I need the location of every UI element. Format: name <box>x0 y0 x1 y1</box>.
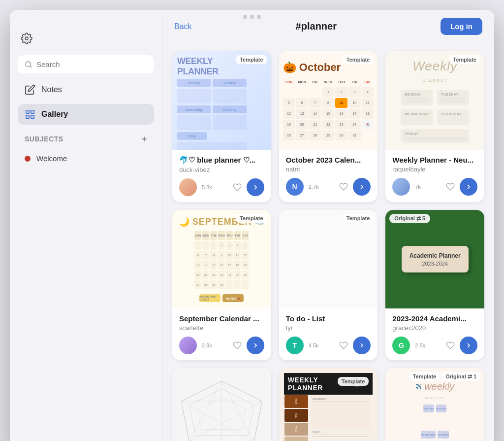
count-4: 2.9k <box>202 342 212 348</box>
card-author-4: scarlette <box>179 324 264 332</box>
arrow-right-icon-6 <box>465 341 472 349</box>
card-author-2: natrc <box>286 166 371 173</box>
card-author-3: raquelbayle <box>392 166 477 173</box>
template-badge-2: Template <box>343 55 374 64</box>
svg-line-15 <box>181 401 189 441</box>
arrow-right-icon-5 <box>358 341 366 349</box>
card-october-calendar[interactable]: 🎃 October SUN MON TUE WED THU FRI SAT <box>279 51 378 202</box>
card-author-6: gracec2020 <box>392 324 477 332</box>
heart-icon-6 <box>446 341 455 350</box>
avatar-2: N <box>286 178 304 196</box>
arrow-right-icon-4 <box>252 341 259 349</box>
card-info-1: 🐬♡ blue planner ♡... duck-vibez 5.8k <box>172 150 271 202</box>
main-header: Back #planner Log in <box>162 10 494 43</box>
open-button-2[interactable] <box>353 178 371 196</box>
card-image-1: WEEKLY PLANNER monday tuesday <box>172 51 271 150</box>
sidebar: Notes Gallery Subjects + Welcome <box>10 10 162 441</box>
open-button-6[interactable] <box>460 337 477 354</box>
arrow-right-icon-2 <box>358 183 366 191</box>
card-actions-6: G 2.8k <box>392 337 477 354</box>
gallery-label: Gallery <box>41 110 68 119</box>
like-button-3[interactable] <box>446 182 455 191</box>
subjects-label: Subjects <box>25 135 63 143</box>
open-button-1[interactable] <box>247 178 264 196</box>
card-weekly-planner-script[interactable]: ✈️ weekly planner monday tuesday <box>385 368 484 441</box>
like-button-6[interactable] <box>446 341 455 350</box>
heart-icon-4 <box>233 341 242 350</box>
page-title: #planner <box>296 21 337 32</box>
gallery-icon <box>25 109 35 120</box>
card-title-2: October 2023 Calen... <box>286 156 371 164</box>
add-subject-button[interactable]: + <box>142 135 147 143</box>
card-title-3: Weekly Planner - Neu... <box>392 156 477 164</box>
card-info-3: Weekly Planner - Neu... raquelbayle 7k <box>385 150 484 202</box>
count-3: 7k <box>415 184 421 190</box>
notes-icon <box>25 84 35 95</box>
svg-line-16 <box>254 401 262 441</box>
card-todo-list[interactable]: TO DO LIST <box>279 210 378 360</box>
count-5: 4.5k <box>309 342 319 348</box>
arrow-right-icon-3 <box>465 183 472 191</box>
card-actions-3: 7k <box>392 178 477 196</box>
card-image-9: ✈️ weekly planner monday tuesday <box>385 368 484 441</box>
template-badge-8: Template <box>338 377 369 386</box>
open-button-5[interactable] <box>353 337 371 354</box>
search-container <box>18 55 154 73</box>
count-2: 2.7k <box>309 184 319 190</box>
card-author-5: tyr <box>286 324 371 332</box>
search-input[interactable] <box>36 60 147 68</box>
svg-line-20 <box>189 381 222 441</box>
svg-point-1 <box>26 62 31 67</box>
original-badge-6: Original ⇄ 5 <box>389 214 430 223</box>
card-september-calendar[interactable]: 🌙 SEPTEMBER ☁️ SUNMONTUEWEDTHUFRISAT 123… <box>172 210 271 360</box>
back-button[interactable]: Back <box>174 22 192 31</box>
subject-item-welcome[interactable]: Welcome <box>18 150 154 167</box>
heart-icon-3 <box>446 182 455 191</box>
svg-line-14 <box>221 381 262 401</box>
traffic-light-3 <box>257 15 261 19</box>
like-button-1[interactable] <box>233 183 242 192</box>
like-button-5[interactable] <box>339 341 348 350</box>
card-title-5: To do - List <box>286 314 371 323</box>
svg-rect-4 <box>31 110 34 113</box>
template-badge-9a: Template <box>409 372 440 381</box>
card-info-4: September Calendar ... scarlette 2.9k <box>172 308 271 360</box>
card-academic-planner[interactable]: Original ⇄ 5 Academic Planner 2023-2024 … <box>385 210 484 360</box>
traffic-lights <box>243 15 261 19</box>
traffic-light-2 <box>250 15 254 19</box>
svg-line-2 <box>30 66 32 68</box>
academic-book: Academic Planner 2023-2024 <box>402 246 469 273</box>
card-actions-1: 5.8k <box>179 178 264 196</box>
geometric-svg <box>177 373 266 441</box>
card-image-4: 🌙 SEPTEMBER ☁️ SUNMONTUEWEDTHUFRISAT 123… <box>172 210 271 308</box>
card-actions-2: N 2.7k <box>286 178 371 196</box>
card-title-4: September Calendar ... <box>179 314 264 323</box>
card-blue-planner[interactable]: WEEKLY PLANNER monday tuesday <box>172 51 271 202</box>
open-button-3[interactable] <box>460 178 477 196</box>
card-image-5: TO DO LIST <box>279 210 378 308</box>
settings-button[interactable] <box>18 30 35 47</box>
card-image-8: WEEKLYPLANNER WEEKNO. MON TUE WED THU <box>279 368 378 441</box>
gear-icon <box>21 33 32 44</box>
card-geometric[interactable] <box>172 368 271 441</box>
card-title-6: 2023-2024 Academi... <box>392 314 477 323</box>
svg-rect-3 <box>26 110 29 113</box>
card-weekly-planner-neutral[interactable]: Weekly planner MONDAY TUESDAY <box>385 51 484 202</box>
avatar-3 <box>392 178 410 196</box>
sidebar-item-gallery[interactable]: Gallery <box>18 104 154 125</box>
like-button-2[interactable] <box>339 182 348 191</box>
card-info-2: October 2023 Calen... natrc N 2.7k <box>279 150 378 202</box>
search-icon <box>25 61 32 68</box>
sidebar-item-notes[interactable]: Notes <box>18 79 154 100</box>
card-info-6: 2023-2024 Academi... gracec2020 G 2.8k <box>385 308 484 360</box>
subject-label: Welcome <box>36 154 67 163</box>
card-image-3: Weekly planner MONDAY TUESDAY <box>385 51 484 150</box>
svg-rect-6 <box>26 115 29 118</box>
like-button-4[interactable] <box>233 341 242 350</box>
login-button[interactable]: Log in <box>441 18 482 35</box>
card-author-1: duck-vibez <box>179 166 264 173</box>
avatar-4 <box>179 337 197 354</box>
open-button-4[interactable] <box>247 337 264 354</box>
svg-line-13 <box>181 381 221 401</box>
card-weekly-planner-colored[interactable]: WEEKLYPLANNER WEEKNO. MON TUE WED THU <box>279 368 378 441</box>
